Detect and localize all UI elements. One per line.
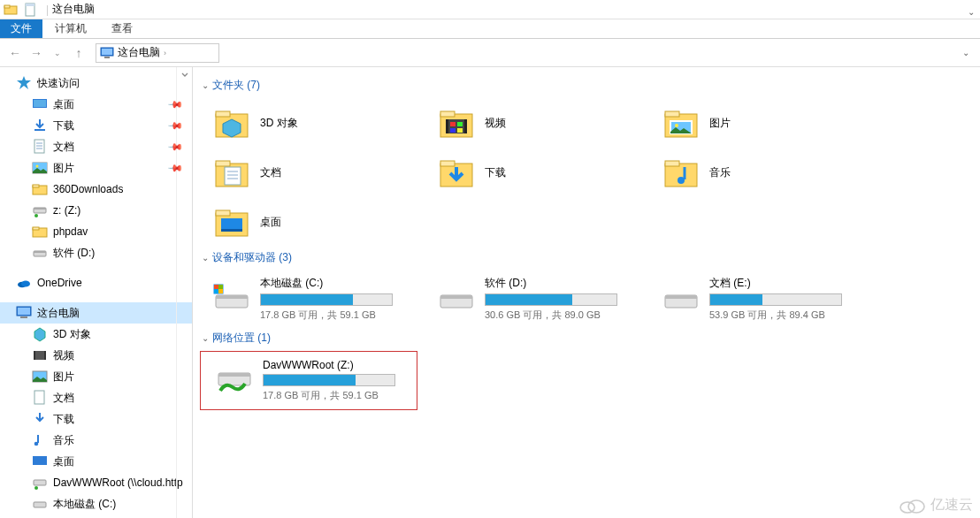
svg-rect-5 — [102, 49, 112, 55]
svg-rect-37 — [34, 391, 44, 404]
network-drive-icon — [32, 475, 48, 491]
sidebar-onedrive[interactable]: OneDrive — [0, 272, 192, 293]
content-pane: ⌄ 文件夹 (7) 3D 对象 视频 — [193, 67, 980, 518]
svg-rect-79 — [214, 289, 218, 293]
nav-back-button[interactable]: ← — [5, 43, 25, 63]
ribbon-expand-icon[interactable]: ⌄ — [968, 7, 975, 17]
svg-rect-30 — [18, 308, 30, 315]
sidebar-item-pictures[interactable]: 图片 📌 — [0, 157, 192, 179]
list-item[interactable]: 本地磁盘 (C:) 17.8 GB 可用，共 59.1 GB — [200, 270, 425, 327]
list-item[interactable]: 图片 — [649, 98, 874, 148]
svg-rect-68 — [665, 161, 679, 166]
svg-rect-73 — [221, 229, 242, 232]
video-icon — [32, 347, 48, 363]
window-title: 这台电脑 — [52, 2, 95, 17]
sidebar-item-phpdav[interactable]: phpdav — [0, 221, 192, 242]
music-icon — [32, 432, 48, 448]
breadcrumb-root[interactable]: 这台电脑 — [118, 45, 160, 60]
group-folders-header[interactable]: ⌄ 文件夹 (7) — [200, 78, 980, 93]
sidebar-item-desktop[interactable]: 桌面 📌 — [0, 94, 192, 115]
sidebar-pc-cdrive[interactable]: 本地磁盘 (C:) — [0, 493, 192, 514]
music-folder-icon — [662, 153, 701, 192]
d-drive-icon — [437, 276, 476, 315]
svg-rect-75 — [216, 295, 248, 299]
sidebar-item-downloads[interactable]: 下载 📌 — [0, 115, 192, 136]
sidebar-item-z-drive[interactable]: z: (Z:) — [0, 200, 192, 221]
list-item[interactable]: 下载 — [425, 148, 649, 197]
menu-view[interactable]: 查看 — [99, 19, 145, 38]
list-item[interactable]: 文档 (E:) 53.9 GB 可用，共 89.4 GB — [649, 270, 874, 327]
svg-point-38 — [34, 442, 39, 446]
sidebar-pc-documents[interactable]: 文档 — [0, 387, 192, 408]
sidebar-pc-downloads[interactable]: 下载 — [0, 408, 192, 430]
list-item[interactable]: 音乐 — [649, 148, 874, 197]
drive-status: 17.8 GB 可用，共 59.1 GB — [260, 309, 414, 322]
sidebar-pc-desktop[interactable]: 桌面 — [0, 451, 192, 472]
sidebar-this-pc[interactable]: 这台电脑 — [0, 302, 192, 324]
svg-rect-49 — [446, 119, 448, 133]
sidebar-pc-videos[interactable]: 视频 — [0, 345, 192, 366]
drive-capacity-bar — [485, 293, 617, 306]
list-item[interactable]: 软件 (D:) 30.6 GB 可用，共 89.0 GB — [425, 270, 649, 327]
drives-grid: 本地磁盘 (C:) 17.8 GB 可用，共 59.1 GB 软件 (D:) 3… — [200, 270, 980, 327]
desktop-icon — [32, 453, 48, 469]
document-icon — [32, 390, 48, 406]
c-drive-icon — [212, 276, 251, 315]
svg-rect-86 — [218, 373, 250, 377]
breadcrumb[interactable]: 这台电脑 › — [96, 43, 219, 63]
sidebar-pc-pictures[interactable]: 图片 — [0, 366, 192, 387]
drive-label: 文档 (E:) — [709, 276, 863, 291]
svg-rect-1 — [4, 5, 10, 8]
pane-expand-icon[interactable] — [176, 67, 192, 518]
svg-point-17 — [36, 165, 39, 168]
sidebar-pc-davroot[interactable]: DavWWWRoot (\\cloud.http — [0, 472, 192, 493]
svg-rect-6 — [104, 57, 110, 58]
svg-rect-80 — [218, 289, 223, 293]
list-item[interactable]: DavWWWRoot (Z:) 17.8 GB 可用，共 59.1 GB — [203, 354, 415, 408]
3d-folder-icon — [212, 103, 251, 142]
svg-rect-56 — [665, 111, 679, 117]
picture-icon — [32, 369, 48, 385]
nav-up-button[interactable]: ↑ — [69, 43, 88, 63]
list-item[interactable]: 桌面 — [200, 197, 425, 247]
menu-file[interactable]: 文件 — [0, 19, 42, 38]
sidebar-pc-3dobjects[interactable]: 3D 对象 — [0, 324, 192, 345]
drive-capacity-bar — [709, 293, 842, 306]
group-network-header[interactable]: ⌄ 网络位置 (1) — [200, 331, 980, 346]
download-icon — [32, 118, 48, 133]
watermark: 亿速云 — [897, 496, 973, 514]
svg-point-88 — [908, 500, 924, 513]
folder-icon — [32, 181, 48, 197]
sidebar-quick-access[interactable]: 快速访问 — [0, 72, 192, 94]
list-item[interactable]: 3D 对象 — [200, 98, 425, 148]
sidebar-item-360downloads[interactable]: 360Downloads — [0, 179, 192, 200]
svg-rect-44 — [216, 111, 230, 117]
nav-recent-dropdown[interactable]: ⌄ — [48, 43, 67, 63]
drive-label: 软件 (D:) — [485, 276, 639, 291]
svg-rect-31 — [20, 316, 27, 318]
sidebar-item-d-drive[interactable]: 软件 (D:) — [0, 242, 192, 263]
navigation-pane: 快速访问 桌面 📌 下载 📌 文档 📌 图片 📌 360Downloads — [0, 67, 193, 518]
3d-icon — [32, 326, 48, 342]
group-drives-header[interactable]: ⌄ 设备和驱动器 (3) — [200, 250, 980, 265]
sidebar-pc-music[interactable]: 音乐 — [0, 430, 192, 451]
sidebar-item-documents[interactable]: 文档 📌 — [0, 136, 192, 157]
svg-rect-40 — [34, 480, 46, 485]
menu-computer[interactable]: 计算机 — [42, 19, 99, 38]
chevron-right-icon[interactable]: › — [164, 49, 166, 57]
svg-rect-42 — [34, 502, 46, 507]
e-drive-icon — [662, 276, 701, 315]
svg-rect-3 — [26, 4, 34, 6]
svg-marker-32 — [34, 328, 45, 341]
svg-point-41 — [34, 486, 38, 490]
svg-rect-78 — [218, 285, 223, 289]
drive-status: 53.9 GB 可用，共 89.4 GB — [709, 309, 863, 322]
chevron-down-icon: ⌄ — [200, 333, 211, 343]
list-item[interactable]: 文档 — [200, 148, 425, 197]
address-dropdown-icon[interactable]: ⌄ — [962, 48, 975, 57]
list-item[interactable]: 视频 — [425, 98, 649, 148]
svg-marker-45 — [223, 119, 241, 137]
svg-rect-48 — [446, 119, 467, 133]
nav-forward-button[interactable]: → — [27, 43, 46, 63]
chevron-down-icon: ⌄ — [200, 80, 211, 90]
